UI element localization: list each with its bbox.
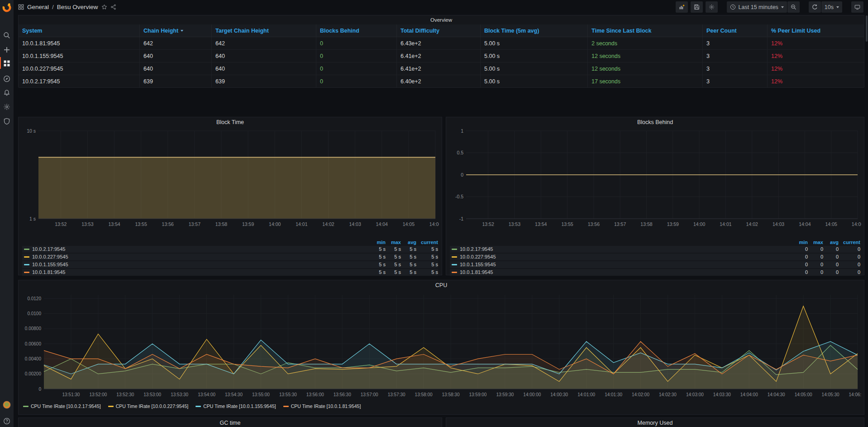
add-panel-icon <box>679 4 685 10</box>
legend-row[interactable]: 10.0.2.17:95450000 <box>450 246 860 253</box>
refresh-button[interactable] <box>809 1 821 13</box>
legend-row[interactable]: 10.0.2.17:95455 s5 s5 s5 s <box>22 246 438 253</box>
table-cell: 5.00 s <box>481 62 588 75</box>
legend-value: 5 s <box>386 254 401 260</box>
gear-icon <box>709 4 715 10</box>
dashboards-button[interactable] <box>0 57 14 70</box>
column-header[interactable]: System <box>19 24 140 37</box>
breadcrumb-folder[interactable]: General <box>27 4 49 10</box>
legend-sort-current[interactable]: current <box>416 240 438 245</box>
table-cell: 640 <box>212 50 316 62</box>
explore-button[interactable] <box>0 72 14 85</box>
dashboard-title[interactable]: Besu Overview <box>57 4 98 10</box>
table-cell: 0 <box>316 75 397 88</box>
legend-value: 5 s <box>416 269 438 276</box>
panel-title-memory-used[interactable]: Memory Used <box>446 418 864 427</box>
column-header[interactable]: Chain Height <box>140 24 212 37</box>
column-header[interactable]: % Peer Limit Used <box>768 24 864 37</box>
column-header[interactable]: Block Time (5m avg) <box>481 24 588 37</box>
legend-value: 0 <box>808 246 823 253</box>
cpu-chart[interactable]: 00.002000.004000.006000.008000.01000.012… <box>22 291 861 403</box>
column-header[interactable]: Total Difficulty <box>397 24 481 37</box>
legend-row[interactable]: 10.0.1.155:95450000 <box>450 261 860 268</box>
favorite-star-icon[interactable] <box>101 4 107 10</box>
cycle-view-button[interactable] <box>851 1 863 13</box>
legend-item[interactable]: CPU Time IRate [10.0.2.17:9545] <box>23 403 101 409</box>
legend-item[interactable]: CPU Time IRate [10.0.1.155:9545] <box>196 403 276 409</box>
series-color-swatch <box>24 264 29 265</box>
table-cell: 6.40e+2 <box>397 75 481 88</box>
time-range-picker[interactable]: Last 15 minutes <box>727 1 787 13</box>
legend-sort-max[interactable]: max <box>808 240 823 245</box>
help-button[interactable] <box>0 415 14 427</box>
column-header[interactable]: Target Chain Height <box>212 24 316 37</box>
dashboard-settings-button[interactable] <box>706 1 718 13</box>
column-header[interactable]: Peer Count <box>703 24 768 37</box>
column-header-label: Total Difficulty <box>401 28 439 34</box>
panel-title-block-time[interactable]: Block Time <box>19 117 442 128</box>
panel-title-blocks-behind[interactable]: Blocks Behind <box>446 117 864 128</box>
legend-row[interactable]: 10.0.1.155:95455 s5 s5 s5 s <box>22 261 438 268</box>
y-tick-label: 0.5 <box>457 150 463 155</box>
legend-row[interactable]: 10.0.1.81:95450000 <box>450 269 860 276</box>
configuration-button[interactable] <box>0 101 14 113</box>
x-tick-label: 14:06 <box>429 221 439 227</box>
column-header[interactable]: Blocks Behind <box>316 24 397 37</box>
legend-value: 0 <box>808 261 823 268</box>
table-cell: 12 seconds <box>588 50 703 62</box>
legend-row[interactable]: 10.0.0.227:95450000 <box>450 254 860 260</box>
add-panel-button[interactable] <box>676 1 688 13</box>
legend-value: 5 s <box>401 269 416 276</box>
table-cell: 642 <box>212 37 316 50</box>
alerting-button[interactable] <box>0 86 14 99</box>
gc-time-panel: GC time <box>18 417 442 427</box>
blocks-behind-chart[interactable]: 13:5213:5313:5413:5513:5613:5713:5813:59… <box>450 128 861 240</box>
grafana-logo[interactable] <box>1 2 12 13</box>
legend-sort-max[interactable]: max <box>386 240 401 245</box>
server-admin-button[interactable] <box>0 115 14 128</box>
panel-title-gc-time[interactable]: GC time <box>19 418 442 427</box>
table-cell: 0 <box>316 37 397 50</box>
legend-sort-min[interactable]: min <box>792 240 808 245</box>
y-tick-label: 1 <box>461 128 463 134</box>
column-header[interactable]: Time Since Last Block <box>588 24 703 37</box>
panel-title-overview[interactable]: Overview <box>19 15 864 24</box>
x-tick-label: 14:01 <box>296 221 307 227</box>
user-avatar-button[interactable] <box>0 398 14 411</box>
block-time-chart[interactable]: 13:5213:5313:5413:5513:5613:5713:5813:59… <box>22 128 439 240</box>
refresh-interval-select[interactable]: 10s <box>821 1 842 13</box>
legend-item[interactable]: CPU Time IRate [10.0.1.81:9545] <box>283 403 361 409</box>
panel-title-cpu[interactable]: CPU <box>19 280 864 291</box>
x-tick-label: 13:56:30 <box>334 392 351 397</box>
zoom-out-button[interactable] <box>787 1 800 13</box>
table-cell: 10.0.1.155:9545 <box>19 50 140 62</box>
y-tick-label: 0 <box>461 172 463 178</box>
legend-item[interactable]: CPU Time IRate [10.0.0.227:9545] <box>108 403 189 409</box>
grafana-flame-icon <box>1 2 12 13</box>
create-button[interactable] <box>0 43 14 56</box>
x-tick-label: 13:57:30 <box>388 392 405 397</box>
legend-sort-avg[interactable]: avg <box>823 240 839 245</box>
legend-row[interactable]: 10.0.1.81:95455 s5 s5 s5 s <box>22 269 438 276</box>
y-tick-label: 0.0120 <box>27 296 41 301</box>
legend-value: 0 <box>792 254 808 260</box>
time-controls: Last 15 minutes <box>727 1 800 13</box>
legend-sort-avg[interactable]: avg <box>401 240 416 245</box>
series-color-swatch <box>452 264 457 265</box>
share-icon[interactable] <box>110 4 116 10</box>
legend-sort-min[interactable]: min <box>370 240 386 245</box>
help-question-icon <box>3 417 10 425</box>
table-cell: 12% <box>768 37 864 50</box>
legend-value: 5 s <box>401 246 416 253</box>
page-scrollbar-thumb[interactable] <box>866 15 868 42</box>
x-tick-label: 14:05:00 <box>795 392 812 397</box>
legend-value: 0 <box>792 261 808 268</box>
table-cell: 6.41e+2 <box>397 62 481 75</box>
save-dashboard-button[interactable] <box>691 1 703 13</box>
legend-row[interactable]: 10.0.0.227:95455 s5 s5 s5 s <box>22 254 438 260</box>
series-color-swatch <box>24 249 29 250</box>
blocks-behind-legend: minmaxavgcurrent10.0.2.17:9545000010.0.0… <box>450 240 860 277</box>
y-tick-label: 1 s <box>29 216 36 221</box>
legend-sort-current[interactable]: current <box>839 240 860 245</box>
search-button[interactable] <box>0 29 14 42</box>
